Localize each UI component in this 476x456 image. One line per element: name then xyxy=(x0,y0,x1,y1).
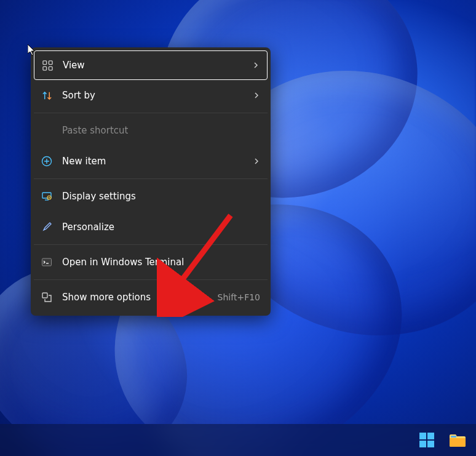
menu-separator xyxy=(34,178,268,179)
display-icon xyxy=(41,191,52,202)
menu-shortcut: Shift+F10 xyxy=(218,292,260,302)
new-plus-icon xyxy=(41,156,52,167)
svg-rect-0 xyxy=(42,60,46,64)
svg-rect-8 xyxy=(42,293,47,298)
folder-icon xyxy=(449,433,466,447)
brush-icon xyxy=(41,222,52,233)
menu-separator xyxy=(34,279,268,280)
desktop-context-menu: View Sort by Paste shortcut New item xyxy=(31,47,271,316)
menu-item-new[interactable]: New item xyxy=(34,146,268,177)
file-explorer-button[interactable] xyxy=(446,429,469,451)
sort-arrows-icon xyxy=(41,90,52,101)
svg-rect-7 xyxy=(42,258,52,266)
menu-label: Sort by xyxy=(62,90,253,101)
menu-label: View xyxy=(63,60,252,71)
start-button[interactable] xyxy=(416,429,438,451)
taskbar xyxy=(0,424,476,456)
menu-label: Paste shortcut xyxy=(62,125,260,136)
menu-item-personalize[interactable]: Personalize xyxy=(34,212,268,242)
svg-rect-9 xyxy=(451,436,456,438)
chevron-right-icon xyxy=(253,92,260,99)
svg-rect-3 xyxy=(49,66,52,70)
menu-label: Show more options xyxy=(62,292,218,303)
menu-item-windows-terminal[interactable]: Open in Windows Terminal xyxy=(34,247,268,278)
menu-item-show-more-options[interactable]: Show more options Shift+F10 xyxy=(34,282,268,313)
svg-rect-2 xyxy=(42,66,46,70)
menu-separator xyxy=(34,113,268,113)
terminal-icon xyxy=(41,257,52,268)
menu-item-sort-by[interactable]: Sort by xyxy=(34,80,268,111)
menu-item-view[interactable]: View xyxy=(34,50,268,80)
menu-item-paste-shortcut: Paste shortcut xyxy=(34,115,268,146)
menu-separator xyxy=(34,244,268,245)
windows-logo-icon xyxy=(419,433,434,447)
mouse-cursor-icon xyxy=(28,44,36,57)
menu-item-display-settings[interactable]: Display settings xyxy=(34,181,268,212)
menu-label: Personalize xyxy=(62,222,260,233)
view-grid-icon xyxy=(42,60,53,71)
menu-label: Open in Windows Terminal xyxy=(62,257,260,268)
svg-rect-1 xyxy=(49,60,52,64)
chevron-right-icon xyxy=(253,158,260,165)
more-options-icon xyxy=(41,292,52,303)
menu-label: New item xyxy=(62,156,253,167)
menu-label: Display settings xyxy=(62,191,260,202)
chevron-right-icon xyxy=(252,62,260,69)
